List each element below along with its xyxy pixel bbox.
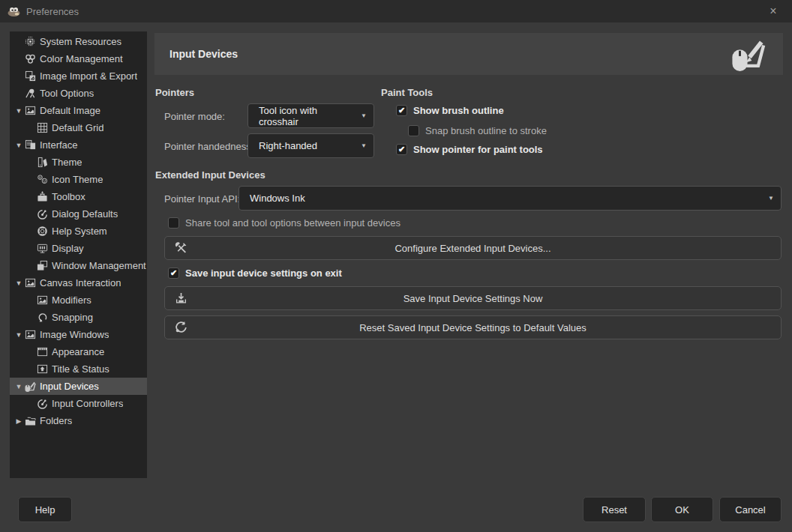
sidebar-item-default-grid[interactable]: Default Grid xyxy=(10,119,147,136)
sidebar-item-label: Modifiers xyxy=(52,294,92,306)
toolbox-icon xyxy=(37,191,48,202)
paint-tools-heading: Paint Tools xyxy=(381,87,433,98)
sidebar-item-canvas-interaction[interactable]: ▼Canvas Interaction xyxy=(10,274,147,291)
sidebar-item-display[interactable]: Display xyxy=(10,240,147,257)
reset-saved-button-label: Reset Saved Input Device Settings to Def… xyxy=(359,322,586,333)
titlebar: Preferences × xyxy=(0,0,792,22)
sidebar-item-dialog-defaults[interactable]: Dialog Defaults xyxy=(10,205,147,223)
share-tool-options-checkbox[interactable]: Share tool and tool options between inpu… xyxy=(168,217,400,229)
save-input-device-settings-now-button[interactable]: Save Input Device Settings Now xyxy=(164,286,782,310)
sidebar-item-label: Image Import & Export xyxy=(40,70,137,82)
sidebar-item-modifiers[interactable]: Modifiers xyxy=(10,291,147,309)
checkbox-icon[interactable] xyxy=(396,105,407,116)
sidebar-item-label: Title & Status xyxy=(52,363,110,375)
ok-button-label: OK xyxy=(675,504,689,516)
reset-button[interactable]: Reset xyxy=(583,497,646,522)
display-icon xyxy=(37,243,48,254)
windows-icon xyxy=(37,260,48,271)
pointer-handedness-value: Right-handed xyxy=(259,140,317,151)
sidebar-item-label: System Resources xyxy=(40,36,122,47)
window-title: Preferences xyxy=(26,6,79,17)
sidebar-item-title-status[interactable]: Title & Status xyxy=(10,360,147,378)
sidebar-item-default-image[interactable]: ▼Default Image xyxy=(10,102,147,119)
tool-icon xyxy=(25,88,36,99)
sidebar-item-input-devices[interactable]: ▼Input Devices xyxy=(10,378,147,395)
snap-brush-outline-to-stroke-checkbox[interactable]: Snap brush outline to stroke xyxy=(408,125,547,136)
pointer-input-api-select[interactable]: Windows Ink ▼ xyxy=(238,186,782,211)
sidebar-item-label: Dialog Defaults xyxy=(52,208,118,220)
expander-down-icon[interactable]: ▼ xyxy=(13,383,25,390)
expander-down-icon[interactable]: ▼ xyxy=(13,142,25,149)
chevron-down-icon: ▼ xyxy=(768,195,774,202)
sidebar-item-system-resources[interactable]: System Resources xyxy=(10,33,147,50)
save-icon xyxy=(175,292,188,305)
expander-down-icon[interactable]: ▼ xyxy=(13,331,25,339)
circles-icon xyxy=(25,53,36,64)
save-settings-on-exit-checkbox[interactable]: Save input device settings on exit xyxy=(168,267,342,279)
expander-down-icon[interactable]: ▼ xyxy=(13,279,25,287)
sidebar-item-window-management[interactable]: Window Management xyxy=(10,257,147,274)
cancel-button[interactable]: Cancel xyxy=(719,497,782,522)
smiley-icon xyxy=(37,174,48,185)
sidebar-item-tool-options[interactable]: Tool Options xyxy=(10,85,147,102)
configure-button-label: Configure Extended Input Devices... xyxy=(394,243,550,254)
sidebar-item-label: Folders xyxy=(40,415,72,426)
sidebar-item-label: Tool Options xyxy=(40,88,94,99)
pointer-mode-select[interactable]: Tool icon with crosshair ▼ xyxy=(248,103,374,128)
sidebar-item-interface[interactable]: ▼Interface xyxy=(10,136,147,154)
pointer-handedness-select[interactable]: Right-handed ▼ xyxy=(248,133,374,158)
sidebar-item-toolbox[interactable]: Toolbox xyxy=(10,188,147,205)
sidebar-item-theme[interactable]: Theme xyxy=(10,154,147,171)
pointer-handedness-label: Pointer handedness: xyxy=(164,141,254,152)
sidebar-item-icon-theme[interactable]: Icon Theme xyxy=(10,171,147,188)
revert-icon xyxy=(175,321,188,334)
snap-icon xyxy=(37,312,48,323)
reset-saved-input-device-settings-button[interactable]: Reset Saved Input Device Settings to Def… xyxy=(164,315,782,339)
wrench-screwdriver-icon xyxy=(175,242,188,255)
ok-button[interactable]: OK xyxy=(651,497,713,522)
sidebar-item-label: Input Controllers xyxy=(52,398,123,409)
help-button[interactable]: Help xyxy=(18,497,72,522)
configure-extended-input-devices-button[interactable]: Configure Extended Input Devices... xyxy=(164,236,782,260)
sidebar-item-label: Display xyxy=(52,243,84,254)
show-pointer-for-paint-tools-checkbox[interactable]: Show pointer for paint tools xyxy=(396,144,543,155)
checkbox-icon[interactable] xyxy=(408,125,419,136)
pointer-mode-value: Tool icon with crosshair xyxy=(259,105,355,127)
checkbox-icon[interactable] xyxy=(168,267,179,279)
gauge-icon xyxy=(37,398,48,409)
paint-tools-checklist: Show brush outlineSnap brush outline to … xyxy=(396,105,636,157)
sidebar-item-label: Interface xyxy=(40,139,78,151)
sidebar-item-label: Appearance xyxy=(52,346,104,357)
pointer-mode-label: Pointer mode: xyxy=(164,111,225,122)
image-icon xyxy=(37,294,48,306)
sidebar-item-help-system[interactable]: Help System xyxy=(10,223,147,240)
sidebar-item-appearance[interactable]: Appearance xyxy=(10,343,147,360)
sidebar-item-input-controllers[interactable]: Input Controllers xyxy=(10,395,147,412)
checkbox-icon[interactable] xyxy=(168,217,179,229)
sidebar-item-label: Icon Theme xyxy=(52,174,103,185)
sidebar-item-label: Toolbox xyxy=(52,191,86,202)
save-settings-on-exit-label: Save input device settings on exit xyxy=(185,267,342,279)
sidebar-item-snapping[interactable]: Snapping xyxy=(10,309,147,326)
sidebar-tree: System ResourcesColor ManagementImage Im… xyxy=(10,31,147,478)
sidebar-item-label: Default Grid xyxy=(52,122,104,133)
sidebar-item-image-windows[interactable]: ▼Image Windows xyxy=(10,326,147,343)
expander-right-icon[interactable]: ▶ xyxy=(13,417,25,425)
input-icon xyxy=(25,381,36,392)
theme-icon xyxy=(37,157,48,168)
close-icon[interactable]: × xyxy=(762,0,784,22)
sidebar-item-folders[interactable]: ▶Folders xyxy=(10,412,147,429)
expander-down-icon[interactable]: ▼ xyxy=(13,107,25,115)
appearance-icon xyxy=(37,346,48,357)
reset-button-label: Reset xyxy=(602,504,627,516)
checkbox-icon[interactable] xyxy=(396,144,407,155)
image-io-icon xyxy=(25,70,36,82)
sidebar-item-label: Default Image xyxy=(40,105,100,116)
sidebar-item-label: Color Management xyxy=(40,53,123,64)
image-icon xyxy=(25,105,36,116)
show-pointer-for-paint-tools-label: Show pointer for paint tools xyxy=(413,144,543,155)
sidebar-item-image-import-export[interactable]: Image Import & Export xyxy=(10,67,147,85)
sidebar-item-color-management[interactable]: Color Management xyxy=(10,50,147,67)
pointer-input-api-label: Pointer Input API: xyxy=(164,193,240,205)
show-brush-outline-checkbox[interactable]: Show brush outline xyxy=(396,105,504,116)
